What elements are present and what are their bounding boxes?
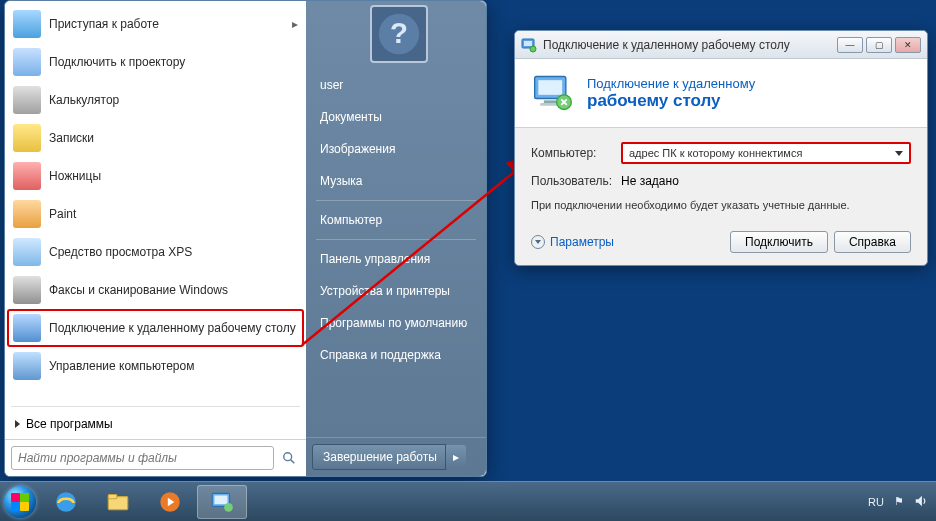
right-list: userДокументыИзображенияМузыкаКомпьютерП…	[306, 69, 486, 437]
getting-started-icon	[13, 10, 41, 38]
rdp-header-line1: Подключение к удаленному	[587, 76, 755, 91]
rdp-icon	[13, 314, 41, 342]
right-pane-item[interactable]: Документы	[306, 101, 486, 133]
start-menu-left-pane: Приступая к работе▸Подключить к проектор…	[5, 1, 306, 476]
right-pane-item[interactable]: user	[306, 69, 486, 101]
all-programs[interactable]: Все программы	[5, 409, 306, 439]
svg-rect-11	[544, 100, 557, 103]
right-pane-item[interactable]: Музыка	[306, 165, 486, 197]
right-pane-item[interactable]: Справка и поддержка	[306, 339, 486, 371]
svg-rect-10	[538, 80, 562, 95]
svg-marker-22	[916, 495, 922, 506]
computer-row: Компьютер: адрес ПК к которому коннектим…	[531, 142, 911, 164]
program-label: Записки	[49, 131, 94, 145]
program-item[interactable]: Факсы и сканирование Windows	[7, 271, 304, 309]
start-menu: Приступая к работе▸Подключить к проектор…	[4, 0, 487, 477]
snipping-tool-icon	[13, 162, 41, 190]
user-label: Пользователь:	[531, 174, 621, 188]
credential-info: При подключении необходимо будет указать…	[531, 198, 911, 213]
rdp-header-icon	[531, 71, 575, 115]
chevron-down-icon	[895, 151, 903, 156]
rdp-titlebar[interactable]: Подключение к удаленному рабочему столу …	[515, 31, 927, 59]
right-pane-item[interactable]: Устройства и принтеры	[306, 275, 486, 307]
start-menu-right-pane: ? userДокументыИзображенияМузыкаКомпьюте…	[306, 1, 486, 476]
help-button[interactable]: Справка	[834, 231, 911, 253]
program-item[interactable]: Калькулятор	[7, 81, 304, 119]
triangle-right-icon	[15, 420, 20, 428]
right-pane-item[interactable]: Панель управления	[306, 243, 486, 275]
program-list: Приступая к работе▸Подключить к проектор…	[5, 1, 306, 404]
fax-scan-icon	[13, 276, 41, 304]
taskbar-media-player[interactable]	[145, 485, 195, 519]
sticky-notes-icon	[13, 124, 41, 152]
shutdown-label: Завершение работы	[323, 450, 437, 464]
rdp-body: Компьютер: адрес ПК к которому коннектим…	[515, 128, 927, 265]
program-item[interactable]: Средство просмотра XPS	[7, 233, 304, 271]
user-row: Пользователь: Не задано	[531, 174, 911, 188]
program-label: Ножницы	[49, 169, 101, 183]
start-button[interactable]	[0, 482, 40, 522]
program-label: Факсы и сканирование Windows	[49, 283, 228, 297]
svg-point-8	[530, 46, 536, 52]
shutdown-button[interactable]: Завершение работы	[312, 444, 448, 470]
program-item[interactable]: Приступая к работе▸	[7, 5, 304, 43]
computer-value: адрес ПК к которому коннектимся	[629, 147, 895, 159]
program-label: Подключение к удаленному рабочему столу	[49, 321, 296, 335]
computer-combobox[interactable]: адрес ПК к которому коннектимся	[621, 142, 911, 164]
language-indicator[interactable]: RU	[868, 496, 884, 508]
svg-rect-20	[214, 495, 227, 504]
calculator-icon	[13, 86, 41, 114]
taskbar-ie[interactable]	[41, 485, 91, 519]
shutdown-row: Завершение работы ▸	[306, 437, 486, 476]
divider	[11, 406, 300, 407]
rdp-footer: Параметры Подключить Справка	[531, 225, 911, 253]
connect-button[interactable]: Подключить	[730, 231, 828, 253]
computer-label: Компьютер:	[531, 146, 621, 160]
shutdown-menu-arrow[interactable]: ▸	[445, 445, 466, 469]
program-item[interactable]: Подключить к проектору	[7, 43, 304, 81]
program-label: Управление компьютером	[49, 359, 194, 373]
program-label: Paint	[49, 207, 76, 221]
svg-line-1	[291, 460, 295, 464]
right-pane-item[interactable]: Изображения	[306, 133, 486, 165]
rdp-header-line2: рабочему столу	[587, 91, 755, 111]
chevron-down-icon	[531, 235, 545, 249]
program-item[interactable]: Ножницы	[7, 157, 304, 195]
options-toggle[interactable]: Параметры	[531, 235, 614, 249]
rdp-header-text: Подключение к удаленному рабочему столу	[587, 76, 755, 111]
svg-rect-16	[108, 494, 117, 498]
program-item[interactable]: Управление компьютером	[7, 347, 304, 385]
svg-point-21	[224, 503, 233, 512]
action-center-icon[interactable]: ⚑	[894, 495, 904, 508]
xps-viewer-icon	[13, 238, 41, 266]
system-tray: RU ⚑	[868, 494, 936, 510]
divider	[316, 239, 476, 240]
program-label: Подключить к проектору	[49, 55, 185, 69]
taskbar-explorer[interactable]	[93, 485, 143, 519]
svg-text:?: ?	[390, 16, 408, 49]
projector-icon	[13, 48, 41, 76]
volume-icon[interactable]	[914, 494, 928, 510]
program-item[interactable]: Paint	[7, 195, 304, 233]
right-pane-item[interactable]: Программы по умолчанию	[306, 307, 486, 339]
right-pane-item[interactable]: Компьютер	[306, 204, 486, 236]
maximize-button[interactable]: ▢	[866, 37, 892, 53]
program-item[interactable]: Подключение к удаленному рабочему столу	[7, 309, 304, 347]
windows-logo-icon	[4, 486, 36, 518]
user-value: Не задано	[621, 174, 679, 188]
taskbar-rdp[interactable]	[197, 485, 247, 519]
program-label: Средство просмотра XPS	[49, 245, 192, 259]
options-label: Параметры	[550, 235, 614, 249]
svg-rect-7	[524, 41, 532, 46]
program-item[interactable]: Записки	[7, 119, 304, 157]
close-button[interactable]: ✕	[895, 37, 921, 53]
rdp-title-icon	[521, 37, 537, 53]
rdp-header: Подключение к удаленному рабочему столу	[515, 59, 927, 128]
search-input[interactable]	[11, 446, 274, 470]
minimize-button[interactable]: —	[837, 37, 863, 53]
search-row	[5, 439, 306, 476]
search-icon[interactable]	[278, 447, 300, 469]
computer-mgmt-icon	[13, 352, 41, 380]
user-picture[interactable]: ?	[370, 5, 428, 63]
program-label: Приступая к работе	[49, 17, 159, 31]
